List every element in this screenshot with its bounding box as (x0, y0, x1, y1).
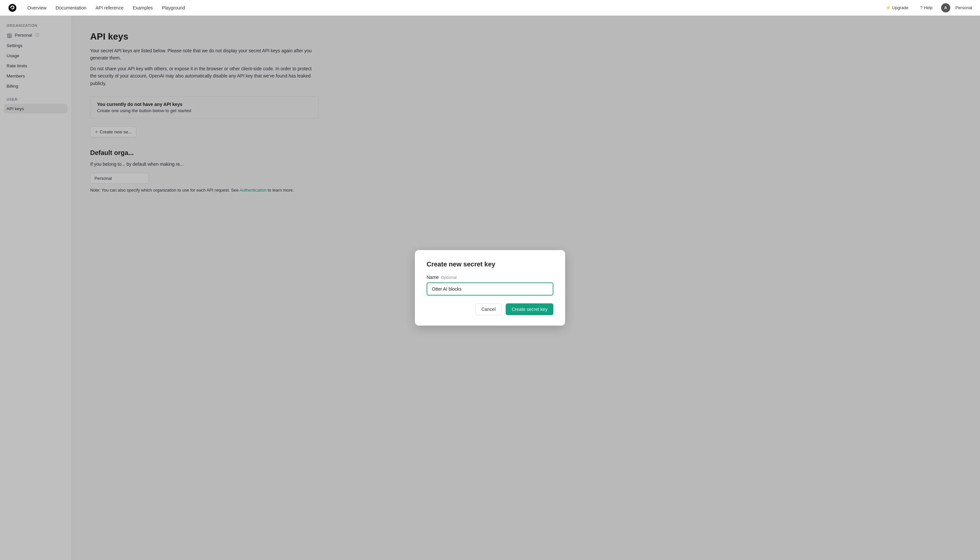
name-label-text: Name (427, 275, 439, 280)
topnav: Overview Documentation API reference Exa… (0, 0, 980, 16)
avatar[interactable]: A (941, 3, 950, 12)
nav-documentation[interactable]: Documentation (51, 3, 90, 12)
help-label: Help (924, 5, 933, 10)
upgrade-label: Upgrade (892, 5, 909, 10)
openai-logo[interactable] (8, 3, 17, 12)
topnav-personal[interactable]: Personal (955, 5, 972, 10)
nav-examples[interactable]: Examples (129, 3, 156, 12)
secret-key-name-input[interactable] (427, 282, 553, 295)
avatar-letter: A (944, 5, 947, 10)
name-optional-text: Optional (441, 275, 456, 280)
upgrade-button[interactable]: ⚡ Upgrade (882, 3, 912, 12)
modal-name-label: Name Optional (427, 275, 553, 280)
modal-overlay[interactable]: Create new secret key Name Optional Canc… (0, 16, 980, 560)
help-button[interactable]: ? Help (917, 3, 936, 12)
create-secret-key-button[interactable]: Create secret key (506, 303, 553, 315)
nav-api-reference[interactable]: API reference (92, 3, 128, 12)
modal-title: Create new secret key (427, 260, 553, 268)
nav-playground[interactable]: Playground (158, 3, 189, 12)
cancel-button[interactable]: Cancel (475, 303, 502, 315)
topnav-links: Overview Documentation API reference Exa… (23, 3, 882, 12)
create-secret-key-modal: Create new secret key Name Optional Canc… (415, 250, 565, 326)
help-icon: ? (920, 5, 922, 10)
topnav-right: ⚡ Upgrade ? Help A Personal (882, 3, 972, 12)
modal-actions: Cancel Create secret key (427, 303, 553, 315)
nav-overview[interactable]: Overview (23, 3, 50, 12)
upgrade-icon: ⚡ (885, 5, 891, 10)
